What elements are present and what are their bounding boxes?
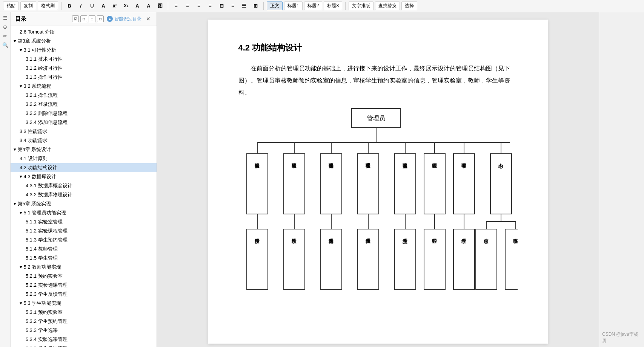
toc-label-4.3: ▾ 4.3 数据库设计 xyxy=(20,173,56,180)
toc-label-3.2.3: 3.2.3 删除信息流程 xyxy=(26,110,68,117)
toc-item-5.3.3[interactable]: 5.3.3 学生选课 xyxy=(11,326,157,335)
toc-item-5.3.2[interactable]: 5.3.2 学生预约管理 xyxy=(11,317,157,326)
sidebar-close-btn[interactable]: ✕ xyxy=(144,15,152,23)
toc-item-3.4[interactable]: 3.4 功能需求 xyxy=(11,136,157,145)
toc-label-4.2: 4.2 功能结构设计 xyxy=(20,164,57,171)
toc-item-5.1.3[interactable]: 5.1.3 学生预约管理 xyxy=(11,235,157,245)
sep1 xyxy=(61,2,61,10)
toc-item-4.3.1[interactable]: 4.3.1 数据库概念设计 xyxy=(11,181,157,190)
svg-rect-20 xyxy=(395,154,416,214)
highlight-btn[interactable]: A xyxy=(144,2,154,11)
annotation-icon[interactable]: ✏ xyxy=(1,32,9,40)
paste-btn[interactable]: 粘贴 xyxy=(3,2,19,10)
bold-btn[interactable]: B xyxy=(65,2,74,11)
format-painter-btn[interactable]: 格式刷 xyxy=(38,2,58,10)
toc-label-3.1.2: 3.1.2 经济可行性 xyxy=(26,65,63,72)
toc-label-5.1.5: 5.1.5 学生管理 xyxy=(26,255,58,261)
toolbar-top: 粘贴 复制 格式刷 B I U A X² X₂ A A 图 ≡ ≡ ≡ ≡ ⊟ … xyxy=(0,0,644,12)
toc-label-5.2.2: 5.2.2 实验选课管理 xyxy=(26,282,68,289)
toc-item-5.2.2[interactable]: 5.2.2 实验选课管理 xyxy=(11,281,157,290)
toc-item-3.2.2[interactable]: 3.2.2 登录流程 xyxy=(11,100,157,109)
align-right-btn[interactable]: ≡ xyxy=(194,2,204,11)
smart-toc-btn[interactable]: ● 智能识别目录 xyxy=(107,16,141,22)
toc-label-5.2.1: 5.2.1 预约实验室 xyxy=(26,273,63,280)
watermark-text: CSDN @java李杨勇 xyxy=(602,331,641,344)
toc-item-5.1.1[interactable]: 5.1.1 实验室管理 xyxy=(11,217,157,226)
toc-item-5.1[interactable]: ▾ 5.1 管理员功能实现 xyxy=(11,208,157,217)
svg-rect-45 xyxy=(358,229,379,289)
align-justify-btn[interactable]: ≡ xyxy=(205,2,215,11)
svg-text:管理员: 管理员 xyxy=(367,115,385,121)
sep4 xyxy=(345,2,346,10)
toc-label-4.3.2: 4.3.2 数据库物理设计 xyxy=(26,191,72,198)
toc-item-3.1.2[interactable]: 3.1.2 经济可行性 xyxy=(11,64,157,73)
italic-btn[interactable]: I xyxy=(76,2,86,11)
toc-item-5.1.2[interactable]: 5.1.2 实验课程管理 xyxy=(11,226,157,235)
toc-item-4.2[interactable]: 4.2 功能结构设计 xyxy=(11,163,157,172)
style-normal-btn[interactable]: 正文 xyxy=(267,2,283,10)
toc-label-tomcat: 2.6 Tomcat 介绍 xyxy=(20,29,55,35)
org-chart-container: 管理员 xyxy=(238,105,518,323)
search-icon[interactable]: 🔍 xyxy=(1,41,9,49)
toc-label-ch3: ▾ 第3章 系统分析 xyxy=(14,38,51,44)
toc-item-4.3.2[interactable]: 4.3.2 数据库物理设计 xyxy=(11,190,157,199)
toc-item-3.2[interactable]: ▾ 3.2 系统流程 xyxy=(11,82,157,91)
style-h2-btn[interactable]: 标题2 xyxy=(304,2,323,10)
select-btn[interactable]: 选择 xyxy=(401,2,417,10)
bookmark-icon[interactable]: ⊕ xyxy=(1,23,9,31)
toc-item-3.1.3[interactable]: 3.1.3 操作可行性 xyxy=(11,73,157,82)
superscript-btn[interactable]: X² xyxy=(110,2,120,11)
sep2 xyxy=(168,2,168,10)
style-h3-btn[interactable]: 标题3 xyxy=(324,2,342,10)
toc-item-ch3[interactable]: ▾ 第3章 系统分析 xyxy=(11,37,157,46)
line-spacing-btn[interactable]: ≡ xyxy=(228,2,238,11)
right-panel: CSDN @java李杨勇 xyxy=(599,12,644,347)
doc-area[interactable]: 4.2 功能结构设计 在前面分析的管理员功能的基础上，进行接下来的设计工作，最终… xyxy=(157,12,599,347)
toc-item-5.3.4[interactable]: 5.3.4 实验选课管理 xyxy=(11,335,157,344)
toc-item-tomcat[interactable]: 2.6 Tomcat 介绍 xyxy=(11,28,157,37)
toc-label-ch4: ▾ 第4章 系统设计 xyxy=(14,146,51,153)
toc-item-5.3.1[interactable]: 5.3.1 预约实验室 xyxy=(11,308,157,317)
toc-label-3.2.2: 3.2.2 登录流程 xyxy=(26,101,58,108)
underline-btn[interactable]: U xyxy=(87,2,97,11)
toc-item-4.3[interactable]: ▾ 4.3 数据库设计 xyxy=(11,172,157,181)
toc-item-ch5[interactable]: ▾ 第5章 系统实现 xyxy=(11,199,157,208)
font-size-btn[interactable]: A xyxy=(132,2,142,11)
ctrl-btn-3[interactable]: □ xyxy=(89,15,95,22)
insert-img-btn[interactable]: 图 xyxy=(155,2,165,11)
toc-item-5.1.5[interactable]: 5.1.5 学生管理 xyxy=(11,254,157,263)
align-center-btn[interactable]: ≡ xyxy=(183,2,192,11)
font-color-btn[interactable]: A xyxy=(98,2,108,11)
toc-sidebar: 目录 ☑ □ □ □ ● 智能识别目录 ✕ 2.6 Tomcat 介绍▾ 第3章… xyxy=(11,12,157,347)
toc-item-3.1[interactable]: ▾ 3.1 可行性分析 xyxy=(11,46,157,55)
toc-item-5.2.3[interactable]: 5.2.3 学生反馈管理 xyxy=(11,290,157,299)
text-layout-btn[interactable]: 文字排版 xyxy=(349,2,373,10)
find-replace-btn[interactable]: 查找替换 xyxy=(375,2,400,10)
toc-item-5.3[interactable]: ▾ 5.3 学生功能实现 xyxy=(11,299,157,308)
toc-item-3.3[interactable]: 3.3 性能需求 xyxy=(11,127,157,136)
toc-item-3.2.3[interactable]: 3.2.3 删除信息流程 xyxy=(11,109,157,118)
column-btn[interactable]: ⊟ xyxy=(217,2,226,11)
style-h1-btn[interactable]: 标题1 xyxy=(284,2,303,10)
svg-rect-16 xyxy=(321,154,342,214)
subscript-btn[interactable]: X₂ xyxy=(121,2,131,11)
ctrl-btn-2[interactable]: □ xyxy=(80,15,87,22)
svg-rect-22 xyxy=(424,154,445,214)
toc-item-5.1.4[interactable]: 5.1.4 教师管理 xyxy=(11,245,157,254)
svg-rect-47 xyxy=(395,229,416,289)
align-left-btn[interactable]: ≡ xyxy=(171,2,181,11)
toc-item-3.2.4[interactable]: 3.2.4 添加信息流程 xyxy=(11,118,157,127)
toc-item-5.2.1[interactable]: 5.2.1 预约实验室 xyxy=(11,272,157,281)
ctrl-btn-1[interactable]: ☑ xyxy=(72,15,79,22)
ctrl-btn-4[interactable]: □ xyxy=(97,15,104,22)
toc-item-4.1[interactable]: 4.1 设计原则 xyxy=(11,154,157,163)
toc-item-3.2.1[interactable]: 3.2.1 操作流程 xyxy=(11,91,157,100)
toc-item-3.1.1[interactable]: 3.1.1 技术可行性 xyxy=(11,55,157,64)
toc-item-5.2[interactable]: ▾ 5.2 教师功能实现 xyxy=(11,263,157,272)
toc-item-ch4[interactable]: ▾ 第4章 系统设计 xyxy=(11,145,157,154)
list-btn[interactable]: ☰ xyxy=(239,2,249,11)
toc-item-5.3.5[interactable]: 5.3.5 学生反馈管理 xyxy=(11,344,157,347)
table-btn[interactable]: ⊞ xyxy=(251,2,260,11)
toc-icon[interactable]: ☰ xyxy=(1,14,9,22)
copy-btn[interactable]: 复制 xyxy=(20,2,36,10)
